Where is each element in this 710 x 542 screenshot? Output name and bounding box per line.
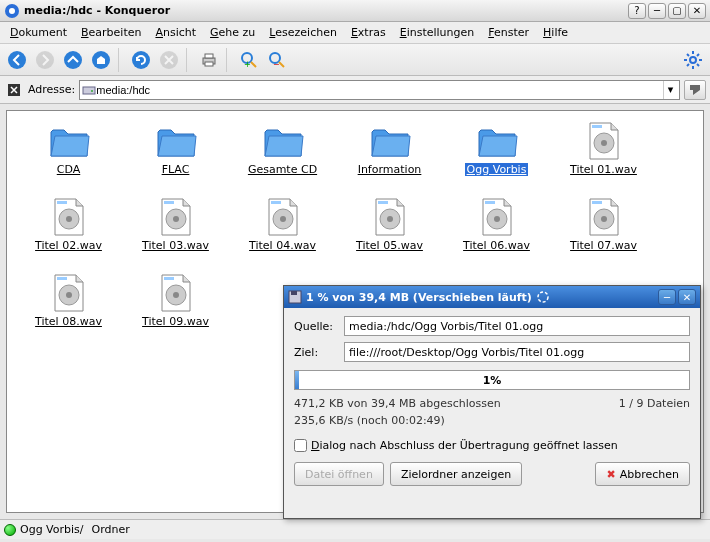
menubar: DokumentBearbeitenAnsichtGehe zuLesezeic… [0,22,710,44]
go-button[interactable] [684,80,706,100]
svg-point-2 [8,51,26,69]
audio-file-icon [155,273,197,313]
svg-point-17 [690,57,696,63]
folder-icon [262,121,304,161]
zoom-out-button[interactable]: − [264,47,290,73]
folder-icon [155,121,197,161]
svg-rect-10 [205,62,213,66]
svg-point-3 [36,51,54,69]
toolbar-separator [118,48,124,72]
source-field: media:/hdc/Ogg Vorbis/Titel 01.ogg [344,316,690,336]
menu-fenster[interactable]: Fenster [482,24,535,41]
file-item[interactable]: Titel 09.wav [122,271,229,347]
clear-address-button[interactable] [4,80,24,100]
svg-point-42 [387,216,393,222]
svg-line-23 [697,64,699,66]
address-input[interactable] [96,84,663,96]
file-item[interactable]: Titel 01.wav [550,119,657,195]
folder-item[interactable]: Ogg Vorbis [443,119,550,195]
settings-gear-icon[interactable] [680,47,706,73]
minimize-button[interactable]: ─ [648,3,666,19]
zoom-in-button[interactable]: + [236,47,262,73]
progress-dialog: 1 % von 39,4 MB (Verschieben läuft) ─ ✕ … [283,285,701,519]
progress-percent: 1% [483,374,502,387]
svg-line-25 [687,64,689,66]
svg-point-51 [66,292,72,298]
menu-ansicht[interactable]: Ansicht [149,24,202,41]
menu-extras[interactable]: Extras [345,24,392,41]
svg-point-54 [173,292,179,298]
folder-item[interactable]: Gesamte CD [229,119,336,195]
file-label: Titel 09.wav [142,315,209,328]
stats-files: 1 / 9 Dateien [619,396,690,413]
window-title: media:/hdc - Konqueror [24,4,628,17]
stop-button[interactable] [156,47,182,73]
show-folder-button[interactable]: Zielordner anzeigen [390,462,522,486]
keep-open-input[interactable] [294,439,307,452]
menu-hilfe[interactable]: Hilfe [537,24,574,41]
dialog-close-button[interactable]: ✕ [678,289,696,305]
spinner-icon [536,290,550,304]
folder-item[interactable]: FLAC [122,119,229,195]
svg-rect-9 [205,54,213,58]
stats-bytes: 471,2 KB von 39,4 MB abgeschlossen [294,396,501,413]
forward-button[interactable] [32,47,58,73]
folder-item[interactable]: Information [336,119,443,195]
cancel-icon: ✖ [606,468,615,481]
open-file-button: Datei öffnen [294,462,384,486]
svg-line-15 [279,62,284,67]
file-item[interactable]: Titel 06.wav [443,195,550,271]
cancel-button[interactable]: ✖Abbrechen [595,462,690,486]
svg-rect-49 [592,201,602,204]
svg-point-45 [494,216,500,222]
dialog-titlebar[interactable]: 1 % von 39,4 MB (Verschieben läuft) ─ ✕ [284,286,700,308]
keep-open-label: DDialog nach Abschluss der Übertragung g… [311,439,618,452]
status-kind: Ordner [92,523,130,536]
folder-icon [476,121,518,161]
file-item[interactable]: Titel 02.wav [15,195,122,271]
file-item[interactable]: Titel 05.wav [336,195,443,271]
address-dropdown[interactable]: ▾ [663,81,677,99]
svg-rect-34 [57,201,67,204]
menu-einstellungen[interactable]: Einstellungen [394,24,481,41]
file-item[interactable]: Titel 07.wav [550,195,657,271]
svg-point-33 [66,216,72,222]
folder-item[interactable]: CDA [15,119,122,195]
address-field[interactable]: ▾ [79,80,680,100]
maximize-button[interactable]: ▢ [668,3,686,19]
app-icon [4,3,20,19]
audio-file-icon [262,197,304,237]
reload-button[interactable] [128,47,154,73]
file-item[interactable]: Titel 08.wav [15,271,122,347]
home-button[interactable] [88,47,114,73]
source-label: Quelle: [294,320,338,333]
file-label: Ogg Vorbis [465,163,529,176]
toolbar-separator [226,48,232,72]
svg-rect-27 [83,87,95,94]
help-button[interactable]: ? [628,3,646,19]
print-button[interactable] [196,47,222,73]
svg-rect-55 [164,277,174,280]
menu-gehe zu[interactable]: Gehe zu [204,24,261,41]
keep-open-checkbox[interactable]: DDialog nach Abschluss der Übertragung g… [294,439,690,452]
status-path: Ogg Vorbis/ [20,523,84,536]
svg-point-48 [601,216,607,222]
file-label: Titel 01.wav [570,163,637,176]
menu-dokument[interactable]: Dokument [4,24,73,41]
file-label: Titel 08.wav [35,315,102,328]
folder-icon [48,121,90,161]
dest-field: file:///root/Desktop/Ogg Vorbis/Titel 01… [344,342,690,362]
close-button[interactable]: ✕ [688,3,706,19]
menu-lesezeichen[interactable]: Lesezeichen [263,24,343,41]
svg-rect-40 [271,201,281,204]
svg-text:−: − [273,60,280,69]
dialog-minimize-button[interactable]: ─ [658,289,676,305]
up-button[interactable] [60,47,86,73]
menu-bearbeiten[interactable]: Bearbeiten [75,24,147,41]
svg-point-58 [538,292,548,302]
file-item[interactable]: Titel 04.wav [229,195,336,271]
back-button[interactable] [4,47,30,73]
file-label: FLAC [162,163,190,176]
file-item[interactable]: Titel 03.wav [122,195,229,271]
file-label: Titel 07.wav [570,239,637,252]
